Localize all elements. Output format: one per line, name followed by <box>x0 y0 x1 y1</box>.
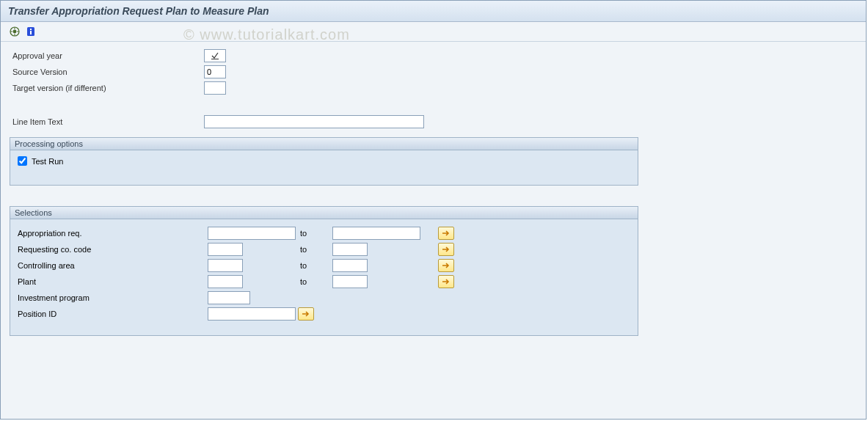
appropriation-req-label: Appropriation req. <box>18 229 81 238</box>
position-id-row: Position ID <box>18 306 456 322</box>
plant-to-field[interactable] <box>332 275 368 288</box>
investment-program-label: Investment program <box>18 293 90 302</box>
appropriation-req-multi-button[interactable] <box>438 227 454 240</box>
line-item-text-row: Line Item Text <box>10 114 857 130</box>
selections-header: Selections <box>10 207 638 219</box>
requesting-co-code-to-field[interactable] <box>332 243 368 256</box>
controlling-area-to-field[interactable] <box>332 259 368 272</box>
position-id-multi-button[interactable] <box>298 307 314 321</box>
arrow-right-icon <box>442 246 451 253</box>
to-label-4: to <box>300 277 307 286</box>
line-item-text-label: Line Item Text <box>10 117 204 126</box>
to-label-3: to <box>300 261 307 270</box>
content-area: Approval year Source Version Target vers… <box>1 42 866 342</box>
target-version-label: Target version (if different) <box>10 84 204 92</box>
svg-rect-8 <box>30 31 32 34</box>
position-id-label: Position ID <box>18 310 56 318</box>
plant-from-field[interactable] <box>208 275 243 288</box>
required-check-icon <box>211 51 219 60</box>
arrow-right-icon <box>442 262 451 269</box>
controlling-area-multi-button[interactable] <box>438 259 454 272</box>
investment-program-row: Investment program <box>18 290 456 306</box>
test-run-row: Test Run <box>18 156 630 166</box>
approval-year-row: Approval year <box>10 48 857 64</box>
appropriation-req-to-field[interactable] <box>332 227 420 240</box>
arrow-right-icon <box>442 278 451 285</box>
plant-label: Plant <box>18 277 36 286</box>
plant-multi-button[interactable] <box>438 275 454 288</box>
to-label-1: to <box>300 229 307 238</box>
investment-program-field[interactable] <box>208 291 250 304</box>
requesting-co-code-label: Requesting co. code <box>18 245 91 254</box>
controlling-area-row: Controlling area to <box>18 257 456 274</box>
position-id-field[interactable] <box>208 307 296 321</box>
plant-row: Plant to <box>18 274 456 290</box>
arrow-right-icon <box>442 230 451 237</box>
execute-button[interactable] <box>8 25 21 38</box>
approval-year-field[interactable] <box>204 49 226 62</box>
information-button[interactable] <box>24 25 37 38</box>
selections-group: Selections Appropriation req. to <box>10 206 638 336</box>
selections-table: Appropriation req. to Requesting co. cod… <box>18 225 456 322</box>
appropriation-req-row: Appropriation req. to <box>18 225 456 241</box>
processing-options-group: Processing options Test Run <box>10 137 638 186</box>
requesting-co-code-from-field[interactable] <box>208 243 243 256</box>
appropriation-req-from-field[interactable] <box>208 227 296 240</box>
arrow-right-icon <box>302 310 310 318</box>
toolbar <box>1 22 866 42</box>
requesting-co-code-row: Requesting co. code to <box>18 241 456 257</box>
source-version-row: Source Version <box>10 64 857 80</box>
page-title: Transfer Appropriation Request Plan to M… <box>1 1 866 22</box>
svg-rect-9 <box>211 59 219 59</box>
svg-point-1 <box>13 30 17 34</box>
to-label-2: to <box>300 245 307 254</box>
approval-year-label: Approval year <box>10 51 204 60</box>
target-version-row: Target version (if different) <box>10 80 857 96</box>
test-run-checkbox[interactable] <box>18 156 27 166</box>
requesting-co-code-multi-button[interactable] <box>438 243 454 256</box>
processing-options-header: Processing options <box>10 138 638 150</box>
controlling-area-from-field[interactable] <box>208 259 243 272</box>
app-window: Transfer Appropriation Request Plan to M… <box>0 0 867 420</box>
line-item-text-field[interactable] <box>204 115 424 128</box>
controlling-area-label: Controlling area <box>18 261 75 270</box>
target-version-field[interactable] <box>204 81 226 95</box>
source-version-label: Source Version <box>10 67 204 76</box>
svg-rect-7 <box>30 29 32 30</box>
source-version-field[interactable] <box>204 65 226 78</box>
test-run-label: Test Run <box>32 157 63 166</box>
